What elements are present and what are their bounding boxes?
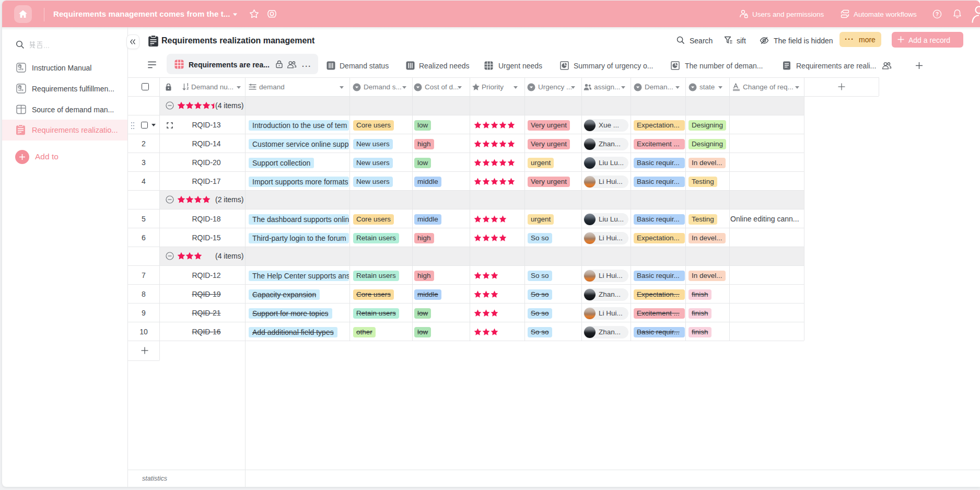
svg-text:?: ? [936, 11, 939, 17]
